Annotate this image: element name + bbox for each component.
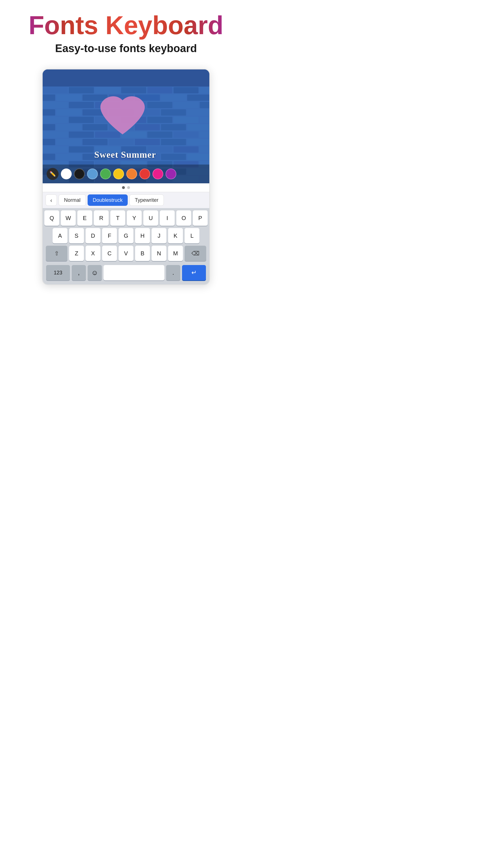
color-blue[interactable] — [87, 169, 98, 179]
svg-rect-51 — [43, 139, 55, 145]
key-F[interactable]: F — [102, 228, 117, 243]
pagination-dot-2 — [127, 186, 130, 189]
key-N[interactable]: N — [151, 246, 166, 261]
app-title: Fonts Keyboard — [6, 12, 246, 39]
key-emoji[interactable]: ☺ — [88, 265, 102, 280]
svg-rect-17 — [69, 102, 94, 108]
key-Q[interactable]: Q — [44, 210, 59, 226]
back-button[interactable]: ‹ — [46, 194, 57, 206]
keyboard: Q W E R T Y U I O P A S D F G H J K L ⇧ … — [43, 208, 209, 284]
svg-rect-55 — [135, 139, 160, 145]
phone-mockup: Sweet Summer ✏️ ‹ Normal Doublestruck — [42, 69, 210, 285]
svg-rect-39 — [83, 124, 108, 130]
key-shift[interactable]: ⇧ — [46, 246, 67, 261]
svg-rect-10 — [56, 94, 82, 101]
pagination-dot-1 — [122, 186, 125, 189]
svg-rect-31 — [69, 117, 94, 123]
svg-rect-45 — [69, 132, 94, 138]
svg-rect-70 — [161, 154, 186, 160]
color-purple[interactable] — [165, 169, 176, 179]
key-J[interactable]: J — [151, 228, 166, 243]
svg-rect-11 — [83, 94, 108, 101]
keyboard-row-3: ⇧ Z X C V B N M ⌫ — [44, 246, 208, 261]
image-area: Sweet Summer ✏️ — [43, 69, 209, 183]
svg-rect-52 — [56, 139, 82, 145]
font-tab-normal[interactable]: Normal — [59, 194, 86, 206]
svg-rect-71 — [187, 154, 209, 160]
font-tab-doublestruck[interactable]: Doublestruck — [88, 194, 128, 206]
color-red[interactable] — [139, 169, 150, 179]
svg-rect-49 — [174, 132, 199, 138]
svg-rect-30 — [43, 117, 68, 123]
svg-rect-66 — [56, 154, 82, 160]
svg-rect-15 — [187, 94, 209, 101]
svg-rect-50 — [200, 132, 209, 138]
color-pink[interactable] — [152, 169, 163, 179]
header-section: Fonts Keyboard Easy-to-use fonts keyboar… — [0, 0, 252, 69]
svg-text:Sweet Summer: Sweet Summer — [94, 150, 156, 160]
key-G[interactable]: G — [119, 228, 133, 243]
svg-rect-5 — [121, 87, 146, 93]
color-green[interactable] — [100, 169, 111, 179]
key-R[interactable]: R — [94, 210, 109, 226]
key-space[interactable] — [104, 265, 164, 280]
key-O[interactable]: O — [176, 210, 191, 226]
key-M[interactable]: M — [168, 246, 183, 261]
color-yellow[interactable] — [113, 169, 124, 179]
key-Y[interactable]: Y — [127, 210, 142, 226]
svg-rect-36 — [200, 117, 209, 123]
svg-rect-35 — [174, 117, 199, 123]
svg-rect-63 — [174, 146, 199, 153]
key-I[interactable]: I — [160, 210, 175, 226]
svg-rect-59 — [69, 146, 94, 153]
color-black[interactable] — [74, 169, 85, 179]
color-orange[interactable] — [126, 169, 137, 179]
key-T[interactable]: T — [110, 210, 125, 226]
keyboard-row-2: A S D F G H J K L — [44, 228, 208, 243]
svg-rect-2 — [43, 87, 68, 93]
svg-rect-1 — [43, 69, 209, 87]
color-white[interactable] — [61, 169, 72, 179]
key-C[interactable]: C — [102, 246, 117, 261]
key-V[interactable]: V — [119, 246, 133, 261]
svg-rect-21 — [174, 102, 199, 108]
key-numbers[interactable]: 123 — [46, 265, 70, 280]
key-S[interactable]: S — [69, 228, 84, 243]
svg-rect-38 — [56, 124, 82, 130]
key-A[interactable]: A — [53, 228, 67, 243]
key-H[interactable]: H — [135, 228, 150, 243]
svg-rect-20 — [147, 102, 173, 108]
key-Z[interactable]: Z — [69, 246, 84, 261]
svg-rect-29 — [187, 109, 209, 116]
key-D[interactable]: D — [86, 228, 101, 243]
svg-rect-57 — [187, 139, 209, 145]
app-subtitle: Easy-to-use fonts keyboard — [6, 42, 246, 55]
svg-rect-53 — [83, 139, 108, 145]
svg-rect-48 — [147, 132, 173, 138]
key-X[interactable]: X — [86, 246, 101, 261]
key-L[interactable]: L — [185, 228, 199, 243]
svg-rect-46 — [95, 132, 120, 138]
key-P[interactable]: P — [193, 210, 208, 226]
brush-icon[interactable]: ✏️ — [47, 168, 59, 180]
key-E[interactable]: E — [77, 210, 92, 226]
svg-rect-64 — [200, 146, 209, 153]
svg-rect-14 — [161, 94, 186, 101]
key-U[interactable]: U — [143, 210, 158, 226]
svg-rect-6 — [147, 87, 173, 93]
svg-rect-22 — [200, 102, 209, 108]
svg-rect-9 — [43, 94, 55, 101]
key-comma[interactable]: , — [72, 265, 86, 280]
key-B[interactable]: B — [135, 246, 150, 261]
key-W[interactable]: W — [61, 210, 76, 226]
keyboard-bottom-row: 123 , ☺ . ↵ — [44, 263, 208, 282]
keyboard-row-1: Q W E R T Y U I O P — [44, 210, 208, 226]
font-tab-typewriter[interactable]: Typewriter — [129, 194, 164, 206]
key-K[interactable]: K — [168, 228, 183, 243]
color-palette: ✏️ — [43, 164, 209, 183]
svg-rect-54 — [109, 139, 134, 145]
key-period[interactable]: . — [166, 265, 180, 280]
key-backspace[interactable]: ⌫ — [185, 246, 206, 261]
svg-rect-7 — [174, 87, 199, 93]
key-return[interactable]: ↵ — [182, 265, 206, 280]
